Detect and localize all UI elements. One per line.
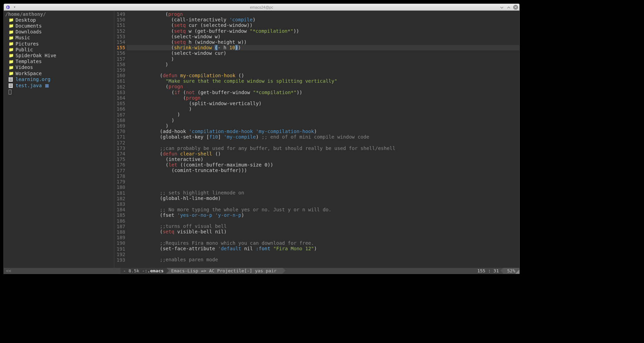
tree-item-spideroak-hive[interactable]: SpiderOak Hive — [4, 52, 114, 58]
code-line[interactable]: (interactive) — [127, 157, 519, 162]
code-line[interactable]: (progn — [127, 95, 519, 101]
code-line[interactable]: (setq visible-bell nil) — [127, 229, 519, 234]
line-number: 160 — [114, 73, 125, 78]
code-line[interactable]: ;; sets highlight linemode on — [127, 190, 519, 195]
tree-item-documents[interactable]: Documents — [4, 23, 114, 29]
emacs-window: ▾ emacs24@pc /home/anthony/ DesktopDocum… — [3, 3, 520, 274]
code-line[interactable]: (comint-truncate-buffer))) — [127, 168, 519, 173]
code-line[interactable] — [127, 218, 519, 223]
code-line[interactable] — [127, 251, 519, 257]
modeline: << - 8.5k -: .emacs Emacs-Lisp => AC Pro… — [4, 268, 519, 274]
titlebar[interactable]: ▾ emacs24@pc — [4, 4, 519, 11]
code-line[interactable]: (setq cur (selected-window)) — [127, 22, 519, 28]
modeline-buffer-prefix: - 8.5k -: — [123, 268, 147, 273]
line-number: 187 — [114, 224, 125, 229]
line-number: 170 — [114, 129, 125, 134]
code-line[interactable] — [127, 184, 519, 190]
code-line[interactable]: (split-window-vertically) — [127, 101, 519, 106]
tree-item-pictures[interactable]: Pictures — [4, 41, 114, 47]
tree-item-label: Templates — [16, 59, 42, 64]
line-number: 165 — [114, 101, 125, 106]
code-line[interactable] — [127, 201, 519, 206]
code-line[interactable]: ;; No more typing the whole yes or no. J… — [127, 207, 519, 212]
modeline-right: 155 : 31 52% — [473, 268, 519, 274]
code-line[interactable]: (shrink-window (- h 10)) — [127, 45, 519, 50]
code-line[interactable]: ;;turns off visual bell — [127, 223, 519, 229]
line-number: 175 — [114, 157, 125, 162]
code-line[interactable] — [127, 140, 519, 145]
code-line[interactable]: ) — [127, 56, 519, 62]
folder-icon — [9, 70, 13, 76]
code-area[interactable]: 1491501511521531541551561571581591601611… — [114, 11, 519, 268]
code-line[interactable]: "Make sure that the compile window is sp… — [127, 78, 519, 84]
code-line[interactable] — [127, 173, 519, 179]
folder-icon — [9, 41, 13, 47]
code-buffer[interactable]: (progn (call-interactively 'compile) (se… — [127, 11, 519, 268]
minimize-button[interactable] — [499, 5, 504, 10]
code-line[interactable]: (defun clear-shell () — [127, 151, 519, 157]
line-number: 177 — [114, 168, 125, 173]
code-line[interactable]: (setq h (window-height w)) — [127, 39, 519, 45]
code-line[interactable]: (setq w (get-buffer-window "*compilation… — [127, 28, 519, 34]
code-line[interactable] — [127, 67, 519, 73]
code-line[interactable]: (add-hook 'compilation-mode-hook 'my-com… — [127, 129, 519, 134]
code-line[interactable]: (defun my-compilation-hook () — [127, 73, 519, 78]
close-button[interactable] — [513, 5, 518, 10]
code-line[interactable]: (let ((comint-buffer-maximum-size 0)) — [127, 162, 519, 168]
code-line[interactable]: (call-interactively 'compile) — [127, 17, 519, 22]
code-line[interactable]: (fset 'yes-or-no-p 'y-or-n-p) — [127, 212, 519, 218]
line-number: 186 — [114, 218, 125, 224]
code-line[interactable]: (select-window w) — [127, 34, 519, 39]
line-number: 185 — [114, 212, 125, 218]
line-number: 151 — [114, 22, 125, 28]
line-number: 172 — [114, 140, 125, 145]
tree-item-learning-org[interactable]: learning.org — [4, 76, 114, 82]
neotree-sidebar[interactable]: /home/anthony/ DesktopDocumentsDownloads… — [4, 11, 114, 268]
code-line[interactable]: ;;can probably be used for any buffer, b… — [127, 145, 519, 151]
tree-item-desktop[interactable]: Desktop — [4, 17, 114, 23]
line-number: 178 — [114, 173, 125, 179]
code-line[interactable]: (global-set-key [f10] 'my-compile) ;; en… — [127, 134, 519, 140]
tree-item-label: test.java — [16, 83, 42, 88]
tree-item-public[interactable]: Public — [4, 47, 114, 52]
tree-item-downloads[interactable]: Downloads — [4, 29, 114, 35]
line-number: 150 — [114, 17, 125, 22]
line-number: 158 — [114, 62, 125, 67]
code-line[interactable]: ;;enables paren mode — [127, 257, 519, 262]
line-number: 167 — [114, 112, 125, 118]
tree-item-label: Pictures — [16, 41, 39, 47]
tree-item-label: Music — [16, 35, 30, 40]
code-line[interactable]: (global-hl-line-mode) — [127, 195, 519, 201]
code-line[interactable]: ;;Requires Fira mono which you can downl… — [127, 240, 519, 246]
tree-item-test-java[interactable]: test.java — [4, 82, 114, 89]
folder-icon — [9, 17, 13, 23]
code-line[interactable]: ) — [127, 112, 519, 117]
menu-chevron-icon[interactable]: ▾ — [13, 5, 16, 9]
line-number-gutter: 1491501511521531541551561571581591601611… — [114, 11, 127, 268]
code-line[interactable]: ) — [127, 106, 519, 112]
modeline-buffer-name: .emacs — [147, 268, 164, 273]
code-line[interactable]: (if (not (get-buffer-window "*compilatio… — [127, 90, 519, 95]
code-line[interactable]: (progn — [127, 84, 519, 89]
code-line[interactable]: ) — [127, 118, 519, 123]
line-number: 157 — [114, 56, 125, 62]
window-title: emacs24@pc — [250, 5, 273, 9]
line-number: 153 — [114, 34, 125, 39]
code-line[interactable] — [127, 235, 519, 240]
tree-item-music[interactable]: Music — [4, 35, 114, 41]
tree-item-label: Desktop — [16, 17, 36, 23]
resize-grip-icon[interactable] — [515, 270, 519, 274]
code-line[interactable]: ) — [127, 123, 519, 129]
tree-item-workspace[interactable]: WorkSpace — [4, 70, 114, 76]
code-line[interactable] — [127, 179, 519, 184]
code-line[interactable]: ) — [127, 62, 519, 67]
code-line[interactable]: (progn — [127, 11, 519, 17]
maximize-button[interactable] — [506, 5, 511, 10]
tree-item-label: learning.org — [16, 77, 50, 82]
code-line[interactable]: (set-face-attribute 'default nil :font "… — [127, 246, 519, 251]
tree-item-templates[interactable]: Templates — [4, 59, 114, 64]
file-icon — [9, 76, 13, 82]
code-line[interactable]: (select-window cur) — [127, 50, 519, 56]
tree-item-videos[interactable]: Videos — [4, 64, 114, 70]
line-number: 166 — [114, 106, 125, 112]
